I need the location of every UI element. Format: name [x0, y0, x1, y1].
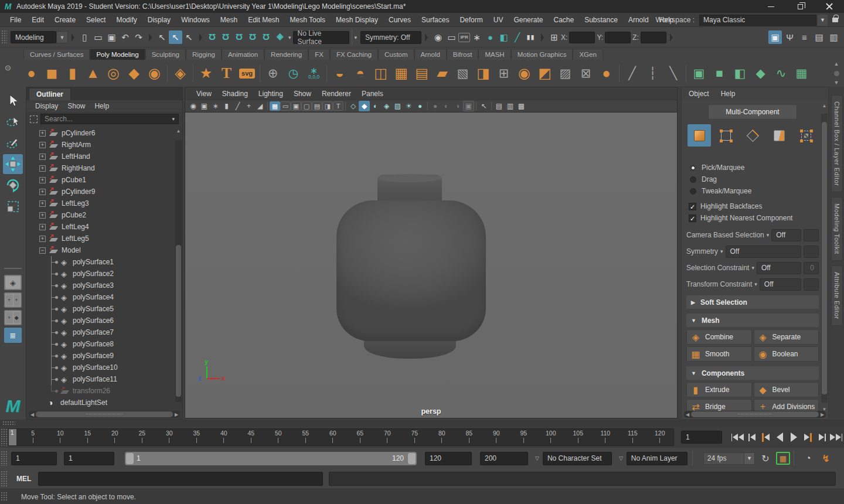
- menu-item[interactable]: Surfaces: [416, 13, 454, 26]
- y-input[interactable]: [605, 32, 631, 43]
- shelf-scroll-down-icon[interactable]: ▼: [834, 80, 839, 86]
- outliner-item[interactable]: polySurface10: [26, 362, 182, 373]
- range-end-handle[interactable]: [408, 453, 416, 464]
- viewport-menu-item[interactable]: Shading: [217, 90, 253, 98]
- attribute-editor-toggle-icon[interactable]: ▤: [812, 30, 826, 44]
- step-forward-frame-button[interactable]: [816, 431, 828, 444]
- xray-active-icon[interactable]: ◑: [452, 101, 463, 111]
- mel-label[interactable]: MEL: [16, 475, 31, 483]
- playback-end-field[interactable]: 120: [425, 452, 472, 465]
- shelf-tab[interactable]: Rendering: [264, 49, 308, 60]
- layout-outliner-persp-button[interactable]: ≣: [4, 328, 22, 343]
- viewport-menu-item[interactable]: Show: [288, 90, 316, 98]
- platonic-solid-icon[interactable]: ◈: [170, 62, 190, 84]
- outliner-item[interactable]: polySurface6: [26, 315, 182, 326]
- shelf-tab[interactable]: Bifrost: [447, 49, 479, 60]
- constraint-value[interactable]: Off: [726, 246, 801, 258]
- dock-tab[interactable]: Attribute Editor: [831, 265, 843, 326]
- x-input[interactable]: [569, 32, 595, 43]
- outliner-item[interactable]: polySurface1: [26, 256, 182, 268]
- live-surface-field[interactable]: No Live Surface: [293, 31, 349, 44]
- type-tool-icon[interactable]: T: [216, 62, 237, 84]
- character-set-field[interactable]: No Character Set: [543, 452, 612, 465]
- highlight-checkbox[interactable]: ✓Highlight Backfaces: [686, 200, 819, 212]
- playblast-icon[interactable]: ▦: [776, 452, 790, 465]
- menu-item[interactable]: Cache: [548, 13, 579, 26]
- symmetry-field[interactable]: Symmetry: Off: [360, 31, 421, 44]
- z-input[interactable]: [641, 32, 666, 43]
- shelf-tab[interactable]: Poly Modeling: [90, 49, 145, 60]
- menu-item[interactable]: Edit: [26, 13, 49, 26]
- outliner-item[interactable]: polySurface5: [26, 303, 182, 315]
- humanik-icon[interactable]: Ψ: [783, 30, 797, 44]
- menu-item[interactable]: File: [5, 13, 26, 26]
- crease-icon[interactable]: ▰: [432, 62, 452, 84]
- resolution-gate-icon[interactable]: ▣: [291, 101, 301, 111]
- constraint-value[interactable]: Off: [760, 278, 801, 291]
- constraint-value[interactable]: Off: [771, 229, 801, 241]
- extrude-button[interactable]: ▮ Extrude: [686, 382, 752, 397]
- dock-tab[interactable]: Channel Box / Layer Editor: [831, 95, 843, 192]
- poly-torus-icon[interactable]: ◎: [103, 62, 124, 84]
- edge-mode-button[interactable]: [741, 124, 764, 147]
- select-component-icon[interactable]: ↖: [182, 30, 196, 44]
- close-button[interactable]: [815, 0, 844, 13]
- outliner-item[interactable]: polySurface7: [26, 326, 182, 338]
- safe-title-icon[interactable]: T: [333, 101, 343, 111]
- sweep-mesh-icon[interactable]: ★: [196, 62, 216, 84]
- menu-item[interactable]: Deform: [454, 13, 488, 26]
- menu-item[interactable]: Curves: [383, 13, 416, 26]
- snap-point-icon[interactable]: Ω: [233, 30, 246, 44]
- shelf-scroll-up-icon[interactable]: ▲: [834, 61, 839, 67]
- components-section[interactable]: ▼Components: [686, 366, 819, 380]
- make-live-icon[interactable]: ◈: [273, 30, 287, 44]
- shelf-scroll-thumb[interactable]: [834, 71, 839, 76]
- multi-cut-icon[interactable]: ▧: [452, 62, 473, 84]
- plane-toggle-icon[interactable]: ▣: [463, 101, 474, 111]
- outliner-item[interactable]: + LeftLeg4: [26, 221, 182, 233]
- modeling-toolkit-toggle-icon[interactable]: ▣: [768, 30, 782, 44]
- expander-icon[interactable]: +: [39, 142, 46, 148]
- uv-snapshot-icon[interactable]: ▦: [791, 62, 812, 84]
- workspace-lock-icon[interactable]: [832, 18, 838, 22]
- outliner-item[interactable]: polySurface9: [26, 350, 182, 362]
- outliner-tab[interactable]: Outliner: [29, 88, 71, 100]
- gate-mask-icon[interactable]: ▢: [301, 101, 312, 111]
- vertex-mode-button[interactable]: [714, 124, 738, 147]
- light-editor-icon[interactable]: ◧: [497, 30, 511, 44]
- expander-icon[interactable]: +: [39, 189, 46, 195]
- expander-icon[interactable]: +: [39, 200, 46, 207]
- paint-select-tool[interactable]: [3, 133, 23, 153]
- outliner-item[interactable]: − Model: [26, 244, 182, 256]
- menu-set-dropdown-icon[interactable]: ▼: [56, 31, 68, 43]
- timeline-splitter[interactable]: [0, 420, 844, 427]
- outliner-vscrollbar[interactable]: ▲: [175, 140, 182, 402]
- checker-icon[interactable]: ▨: [392, 101, 403, 111]
- separate-icon[interactable]: ◓: [350, 62, 370, 84]
- menu-item[interactable]: Select: [81, 13, 111, 26]
- workspace-select[interactable]: Maya Classic: [699, 15, 816, 26]
- menu-item[interactable]: Arnold: [623, 13, 654, 26]
- outliner-item[interactable]: + pCylinder9: [26, 186, 182, 197]
- viewport-bar-icon[interactable]: [343, 101, 348, 111]
- anim-layer-dropdown-icon[interactable]: ▽: [619, 455, 623, 461]
- face-mode-button[interactable]: [768, 124, 791, 147]
- menu-item[interactable]: Mesh Display: [331, 13, 383, 26]
- render-view-icon[interactable]: ◉: [431, 30, 445, 44]
- outliner-item[interactable]: transform26: [26, 385, 182, 397]
- render-current-frame-icon[interactable]: ▭: [445, 30, 458, 44]
- grease-pencil-icon[interactable]: ◢: [254, 101, 266, 111]
- selection-mode-radio[interactable]: Drag: [686, 173, 819, 185]
- new-scene-icon[interactable]: ▯: [78, 30, 91, 44]
- mel-input[interactable]: [38, 472, 323, 486]
- expander-icon[interactable]: +: [39, 154, 46, 160]
- step-forward-key-button[interactable]: [802, 431, 814, 444]
- outliner-menu-item[interactable]: Help: [90, 102, 113, 110]
- outliner-item[interactable]: defaultLightSet: [26, 397, 182, 408]
- tool-settings-toggle-icon[interactable]: ▥: [827, 30, 840, 44]
- viewport-bar-icon[interactable]: [266, 101, 270, 111]
- menu-item[interactable]: Create: [49, 13, 81, 26]
- animation-start-field[interactable]: 1: [11, 452, 57, 465]
- shelf-tab[interactable]: FX Caching: [330, 49, 378, 60]
- target-weld-icon[interactable]: ⊠: [576, 62, 596, 84]
